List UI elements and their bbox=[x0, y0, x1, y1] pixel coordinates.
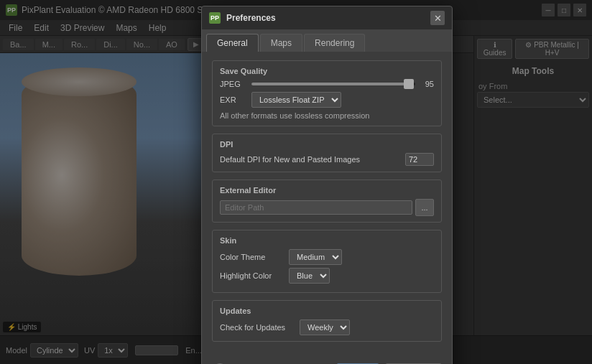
exr-label: EXR bbox=[220, 95, 247, 104]
jpeg-label: JPEG bbox=[220, 80, 247, 88]
color-theme-row: Color Theme Medium bbox=[220, 249, 434, 265]
external-editor-label: External Editor bbox=[220, 186, 434, 195]
highlight-color-row: Highlight Color Blue bbox=[220, 268, 434, 284]
jpeg-value: 95 bbox=[420, 80, 434, 88]
exr-row: EXR Lossless Float ZIP bbox=[220, 92, 434, 108]
modal-footer: i OK Cancel bbox=[202, 358, 452, 364]
dpi-input[interactable] bbox=[405, 153, 434, 166]
modal-titlebar: PP Preferences ✕ bbox=[202, 6, 452, 29]
highlight-color-select[interactable]: Blue bbox=[289, 268, 330, 284]
updates-frequency-select[interactable]: Weekly bbox=[300, 319, 350, 335]
jpeg-slider-fill bbox=[251, 83, 407, 85]
dpi-label: DPI bbox=[220, 140, 434, 149]
updates-section: Updates Check for Updates Weekly bbox=[212, 300, 442, 342]
color-theme-select[interactable]: Medium bbox=[289, 249, 342, 265]
modal-icon: PP bbox=[209, 12, 221, 24]
tab-rendering[interactable]: Rendering bbox=[304, 34, 365, 52]
skin-label: Skin bbox=[220, 236, 434, 245]
updates-row: Check for Updates Weekly bbox=[220, 319, 434, 335]
formats-note: All other formats use lossless compressi… bbox=[220, 111, 434, 120]
color-theme-label: Color Theme bbox=[220, 253, 285, 261]
dpi-field-label: Default DPI for New and Pasted Images bbox=[220, 155, 401, 164]
jpeg-slider-container: 95 bbox=[251, 80, 434, 88]
jpeg-slider-thumb bbox=[404, 79, 414, 89]
external-editor-section: External Editor ... bbox=[212, 179, 442, 223]
skin-section: Skin Color Theme Medium Highlight Color … bbox=[212, 230, 442, 293]
editor-path-row: ... bbox=[220, 199, 434, 216]
tab-maps[interactable]: Maps bbox=[260, 34, 302, 52]
dpi-section: DPI Default DPI for New and Pasted Image… bbox=[212, 134, 442, 172]
modal-close-btn[interactable]: ✕ bbox=[430, 11, 445, 25]
modal-title: Preferences bbox=[226, 13, 430, 23]
browse-btn[interactable]: ... bbox=[415, 199, 434, 216]
jpeg-row: JPEG 95 bbox=[220, 80, 434, 88]
modal-tabs: General Maps Rendering bbox=[202, 29, 452, 52]
editor-path-input[interactable] bbox=[220, 200, 412, 215]
preferences-modal: PP Preferences ✕ General Maps Rendering … bbox=[201, 6, 453, 364]
modal-body: Save Quality JPEG 95 EXR Lossless Float bbox=[202, 52, 452, 358]
save-quality-section: Save Quality JPEG 95 EXR Lossless Float bbox=[212, 60, 442, 126]
modal-overlay: PP Preferences ✕ General Maps Rendering … bbox=[0, 0, 592, 364]
tab-general[interactable]: General bbox=[206, 34, 259, 52]
exr-select[interactable]: Lossless Float ZIP bbox=[251, 92, 341, 108]
highlight-color-label: Highlight Color bbox=[220, 271, 285, 280]
dpi-row: Default DPI for New and Pasted Images bbox=[220, 153, 434, 166]
jpeg-slider[interactable] bbox=[251, 83, 415, 85]
check-for-updates-label: Check for Updates bbox=[220, 323, 295, 332]
save-quality-label: Save Quality bbox=[220, 67, 434, 75]
updates-label: Updates bbox=[220, 307, 434, 315]
